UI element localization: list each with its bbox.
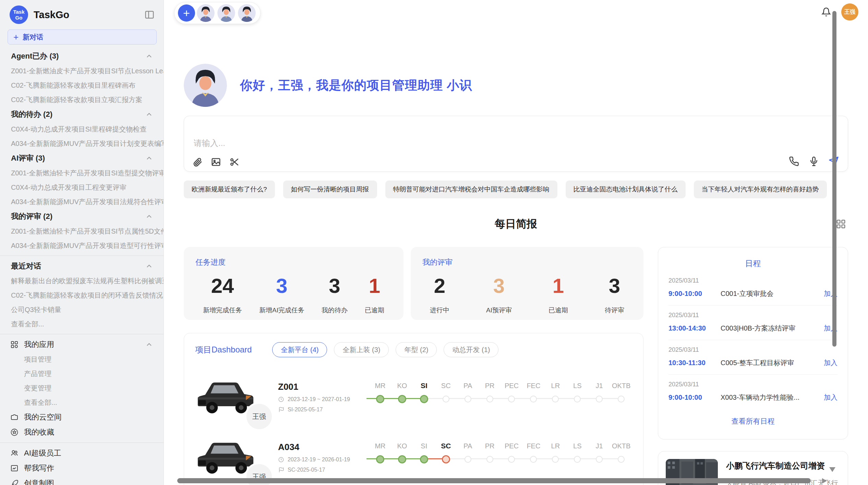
sidebar-section-header[interactable]: Agent已办 (3) [0, 49, 164, 64]
suggestion-chip[interactable]: 欧洲新规最近颁布了什么? [184, 181, 275, 198]
sidebar-item-creative-draw[interactable]: 创意制图 [0, 476, 164, 485]
milestone-dot-zone [522, 452, 544, 466]
sidebar-item-favorites[interactable]: 我的收藏 [0, 425, 164, 440]
scissors-icon[interactable] [229, 157, 240, 167]
user-avatar[interactable]: 王强 [841, 3, 858, 21]
schedule-item: 2025/03/119:00-10:00C001-立项审批会加入 [668, 271, 837, 306]
layout-grid-icon[interactable] [836, 219, 846, 229]
milestone-stage: SI [413, 381, 435, 413]
sidebar-item[interactable]: A034-全新新能源MUV产品开发项目法规符合性评审 [0, 195, 164, 209]
project-row[interactable]: 王强Z0012023-12-19 ~ 2027-01-19SI-2025-05-… [195, 376, 632, 418]
stat-item: 24新增完成任务 [203, 275, 242, 315]
stat-value: 24 [211, 275, 234, 297]
join-link[interactable]: 加入 [824, 393, 837, 402]
milestone-dot [508, 456, 515, 463]
vertical-scrollbar[interactable] [832, 11, 836, 347]
sidebar-view-all-link[interactable]: 查看全部... [0, 395, 164, 410]
attachment-icon[interactable] [192, 157, 203, 167]
suggestion-chip[interactable]: 比亚迪全固态电池计划具体说了什么 [566, 181, 686, 198]
sidebar-view-all-link[interactable]: 查看全部... [0, 317, 164, 331]
stat-item: 1已逾期 [548, 275, 568, 315]
milestone-stage: LR [544, 381, 566, 413]
join-link[interactable]: 加入 [824, 358, 837, 368]
milestone-dot [398, 455, 406, 463]
agent-avatar[interactable] [216, 3, 236, 23]
milestone-dot-zone [544, 392, 566, 406]
suggestion-chip[interactable]: 当下年轻人对汽车外观有怎样的喜好趋势 [694, 181, 827, 198]
dashboard-tab[interactable]: 年型 (2) [396, 342, 437, 357]
stat-value: 3 [276, 275, 287, 297]
horizontal-scrollbar[interactable] [177, 478, 811, 483]
stat-item: 1已逾期 [365, 275, 384, 315]
phone-icon[interactable] [789, 156, 799, 166]
schedule-date: 2025/03/11 [668, 312, 837, 319]
project-row[interactable]: 王强A0342023-12-19 ~ 2026-01-19SC-2025-05-… [195, 437, 632, 478]
write-doc-icon [10, 464, 19, 472]
favorites-label: 我的收藏 [24, 427, 153, 437]
sidebar-app-item[interactable]: 项目管理 [0, 352, 164, 366]
sidebar-section-header[interactable]: 最近对话 [0, 259, 164, 274]
sidebar-section-header[interactable]: AI评审 (3) [0, 151, 164, 166]
sidebar-section-title: 我的评审 (2) [11, 211, 145, 222]
sidebar-item[interactable]: C02-飞腾新能源轻客改款项目里程碑画布 [0, 78, 164, 92]
collapse-sidebar-icon[interactable] [144, 10, 155, 20]
sidebar-item[interactable]: Z001-全新燃油轻卡产品开发项目SI节点属性5D文件评审 [0, 224, 164, 238]
sidebar-item[interactable]: A034-全新新能源MUV产品开发项目造型可行性评审 [0, 238, 164, 253]
truck-image: 王强 [195, 437, 256, 478]
sidebar-section-header[interactable]: 我的待办 (2) [0, 107, 164, 122]
sidebar-item[interactable]: Z001-全新燃油皮卡产品开发项目SI节点Lesson Learn报告 [0, 64, 164, 78]
agent-avatar[interactable] [237, 3, 257, 23]
milestone-dot [596, 456, 603, 463]
suggestion-chip[interactable]: 特朗普可能对进口汽车增税会对中国车企造成哪些影响 [385, 181, 557, 198]
project-info: Z0012023-12-19 ~ 2027-01-19SI-2025-05-17 [278, 382, 363, 413]
dashboard-tab[interactable]: 动总开发 (1) [444, 342, 498, 357]
milestone-dot-zone [413, 392, 435, 406]
sidebar-item-ai-staff[interactable]: AI超级员工 [0, 446, 164, 461]
sidebar-item[interactable]: C0X4-动力总成开发项目SI里程碑提交物检查 [0, 122, 164, 136]
sidebar-app-item[interactable]: 变更管理 [0, 381, 164, 395]
milestone-stage: PEC [501, 441, 523, 474]
sidebar-item[interactable]: C02-飞腾新能源轻客改款项目立项汇报方案 [0, 92, 164, 107]
milestone-dot [596, 396, 603, 402]
schedule-time: 9:00-10:00 [668, 394, 721, 401]
milestone-dot-zone [391, 392, 413, 406]
milestone-dot-zone [479, 392, 501, 406]
chevron-up-icon [145, 52, 153, 60]
view-all-schedule-link[interactable]: 查看所有日程 [668, 416, 837, 426]
sidebar-item[interactable]: Z001-全新燃油轻卡产品开发项目SI造型提交物评审 [0, 166, 164, 180]
sidebar-item[interactable]: 解释最新出台的欧盟报废车法规再生塑料比例被调至15%... [0, 274, 164, 288]
main-area: + 王强 你好，王强，我是你的项目管理助理 小识 [164, 0, 868, 485]
microphone-icon[interactable] [809, 156, 819, 166]
my-apps-label: 我的应用 [24, 339, 140, 350]
add-agent-button[interactable]: + [178, 4, 195, 22]
chat-input[interactable] [193, 138, 606, 148]
schedule-date: 2025/03/11 [668, 381, 837, 388]
schedule-name: C001-立项审批会 [721, 289, 824, 298]
sidebar-section-header[interactable]: 我的评审 (2) [0, 209, 164, 224]
my-apps-list: 项目管理产品管理变更管理查看全部... [0, 352, 164, 410]
composer [184, 116, 848, 172]
sidebar-app-item[interactable]: 产品管理 [0, 366, 164, 381]
new-chat-button[interactable]: + 新对话 [8, 29, 157, 45]
sidebar-item[interactable]: C0X4-动力总成开发项目工程变更评审 [0, 180, 164, 195]
suggestion-chip[interactable]: 如何写一份清晰的项目周报 [283, 181, 377, 198]
sidebar-item-cloud-space[interactable]: 我的云空间 [0, 410, 164, 425]
dashboard-tab[interactable]: 全新平台 (4) [272, 342, 327, 357]
sidebar-item-help-write[interactable]: 帮我写作 [0, 461, 164, 476]
sidebar-item[interactable]: 公司Q3轻卡销量 [0, 302, 164, 317]
notification-bell-icon[interactable] [821, 7, 831, 17]
scroll-right-arrow[interactable] [822, 478, 827, 484]
milestone-label: SI [421, 441, 427, 452]
sidebar-item[interactable]: A034-全新新能源MUV产品开发项目计划变更表编写 [0, 136, 164, 151]
image-icon[interactable] [211, 157, 221, 167]
agent-avatar[interactable] [196, 3, 216, 23]
quick-agents-pill: + [174, 2, 261, 24]
schedule-name: X003-车辆动力学性能验... [721, 393, 824, 402]
dashboard-tab[interactable]: 全新上装 (3) [334, 342, 389, 357]
milestone-dot [376, 395, 384, 403]
milestone-dot [376, 455, 384, 463]
sidebar-item[interactable]: C02-飞腾新能源轻客改款项目的闭环通告反馈情况 [0, 288, 164, 302]
sidebar-item-my-apps[interactable]: 我的应用 [0, 337, 164, 352]
milestone-label: MR [375, 441, 385, 452]
scroll-down-arrow[interactable] [829, 467, 835, 472]
